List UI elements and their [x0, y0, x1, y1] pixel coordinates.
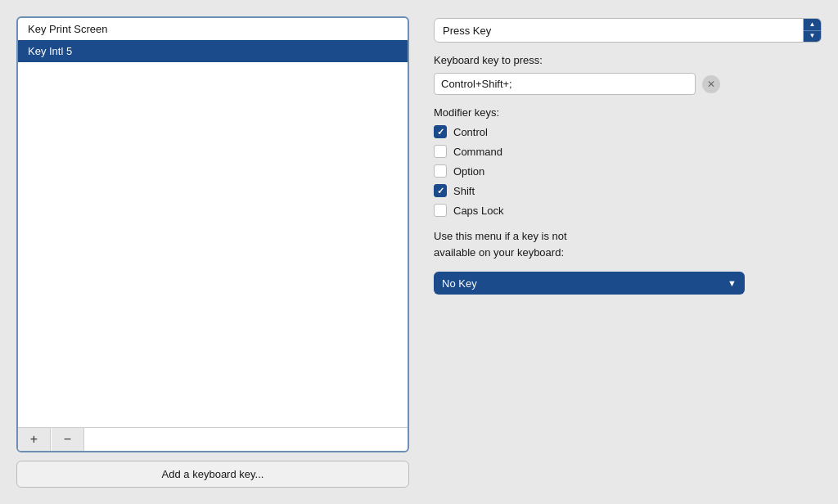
modifier-shift[interactable]: Shift [434, 184, 822, 197]
add-keyboard-key-button[interactable]: Add a keyboard key... [16, 461, 409, 488]
list-item[interactable]: Key Print Screen [18, 18, 408, 40]
no-key-dropdown[interactable]: No Key ▼ [434, 272, 745, 295]
modifier-option[interactable]: Option [434, 164, 822, 178]
keyboard-key-label: Keyboard key to press: [434, 54, 822, 66]
press-key-stepper[interactable]: ▲ ▼ [803, 19, 821, 42]
left-panel: Key Print Screen Key Intl 5 + − Add a ke… [16, 16, 409, 488]
press-key-dropdown[interactable]: Press Key ▲ ▼ [434, 18, 822, 43]
add-list-item-button[interactable]: + [18, 428, 51, 451]
press-key-label: Press Key [435, 25, 803, 37]
clear-key-button[interactable]: ✕ [702, 75, 720, 93]
key-list: Key Print Screen Key Intl 5 [18, 18, 408, 427]
option-label: Option [453, 165, 484, 178]
caps-lock-label: Caps Lock [453, 205, 503, 217]
command-checkbox[interactable] [434, 145, 447, 158]
modifier-control[interactable]: Control [434, 125, 822, 138]
caps-lock-checkbox[interactable] [434, 204, 447, 217]
no-key-label: No Key [442, 277, 728, 290]
keyboard-key-section: Keyboard key to press: ✕ [434, 54, 822, 95]
command-label: Command [453, 146, 502, 158]
shift-label: Shift [453, 185, 475, 197]
key-input-row: ✕ [434, 73, 822, 95]
shift-checkbox[interactable] [434, 184, 447, 197]
key-list-container: Key Print Screen Key Intl 5 + − [16, 16, 409, 452]
keyboard-key-input[interactable] [434, 73, 696, 95]
stepper-up-icon[interactable]: ▲ [804, 19, 821, 31]
no-key-chevron-icon: ▼ [728, 278, 737, 288]
modifier-keys-label: Modifier keys: [434, 106, 822, 119]
remove-list-item-button[interactable]: − [52, 428, 84, 451]
modifier-caps-lock[interactable]: Caps Lock [434, 204, 822, 217]
option-checkbox[interactable] [434, 164, 447, 178]
list-item-selected[interactable]: Key Intl 5 [18, 40, 408, 62]
modifier-keys-section: Modifier keys: Control Command Option Sh… [434, 106, 822, 217]
control-label: Control [453, 126, 488, 138]
list-buttons: + − [18, 427, 408, 451]
control-checkbox[interactable] [434, 125, 447, 138]
menu-description-label: Use this menu if a key is not available … [434, 228, 822, 260]
modifier-command[interactable]: Command [434, 145, 822, 158]
stepper-down-icon[interactable]: ▼ [804, 31, 821, 43]
right-panel: Press Key ▲ ▼ Keyboard key to press: ✕ M… [434, 16, 822, 488]
